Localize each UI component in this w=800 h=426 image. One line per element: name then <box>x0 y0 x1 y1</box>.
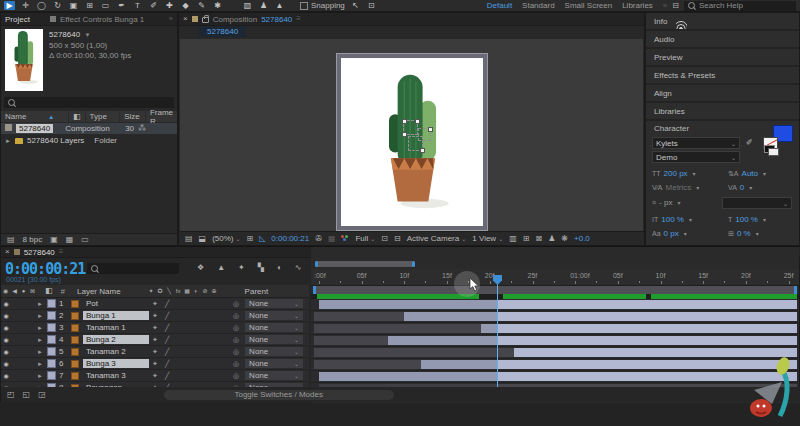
workspace-switcher-icon[interactable]: ⊟ <box>672 2 679 10</box>
label-color-chip[interactable] <box>47 335 56 344</box>
eraser-tool[interactable]: ◆ <box>180 1 191 10</box>
column-size[interactable]: Size <box>120 111 146 122</box>
label-color-chip[interactable] <box>47 371 56 380</box>
parent-pickwhip-icon[interactable]: ◎ <box>233 300 239 308</box>
layer-duration-bar[interactable] <box>497 300 797 309</box>
rotation-tool[interactable]: ↻ <box>52 1 63 10</box>
layer-row-bunga-2[interactable]: ◉►4Bunga 2✦╱◎None⌄ <box>1 334 309 346</box>
project-row-folder[interactable]: ► 5278640 Layers Folder <box>1 135 177 146</box>
solo-column-icon[interactable]: ● <box>19 288 28 294</box>
layer-duration-bar[interactable] <box>497 336 797 345</box>
column-name[interactable]: Name ▲ <box>1 111 69 122</box>
exposure-value[interactable]: +0.0 <box>574 234 590 243</box>
font-style-select[interactable]: Demo⌄ <box>652 151 740 163</box>
eye-icon[interactable]: ◉ <box>1 312 11 319</box>
font-family-select[interactable]: Kylets⌄ <box>652 137 740 149</box>
motion-blur-icon[interactable]: ◐ <box>277 264 282 272</box>
timeline-tab[interactable]: 5278640 <box>24 248 55 257</box>
expand-arrow-icon[interactable]: ► <box>37 349 47 355</box>
composition-mini-flowchart-icon[interactable]: ❖ <box>197 264 204 272</box>
region-of-interest-icon[interactable]: ◺ <box>259 235 265 243</box>
frame-blend-column-icon[interactable]: ▦ <box>183 288 192 294</box>
leading-value[interactable]: Auto <box>742 169 758 178</box>
workspace-default[interactable]: Default <box>482 1 517 10</box>
project-search-box[interactable] <box>4 97 174 108</box>
layer-row-bunga-1[interactable]: ◉►2Bunga 1✦╱◎None⌄ <box>1 310 309 322</box>
brush-tool[interactable]: ✐ <box>148 1 159 10</box>
layer-name-column[interactable]: Layer Name <box>77 287 121 296</box>
view-select[interactable]: 1 View⌄ <box>472 234 503 243</box>
layer-lead-bar[interactable] <box>314 336 388 345</box>
parent-pickwhip-icon[interactable]: ◎ <box>233 324 239 332</box>
character-panel-title[interactable]: Character <box>654 124 689 133</box>
new-composition-icon[interactable]: ▦ <box>66 236 74 244</box>
panel-audio[interactable]: Audio <box>646 31 799 47</box>
type-tool[interactable]: T <box>132 1 143 10</box>
layer-lane-bunga-2[interactable] <box>311 335 799 347</box>
layer-row-bunga-3[interactable]: ◉►6Bunga 3✦╱◎None⌄ <box>1 358 309 370</box>
tab-project[interactable]: Project <box>5 15 30 24</box>
resolution-select[interactable]: Full⌄ <box>355 234 375 243</box>
layer-name-field[interactable]: Bunga 3 <box>83 359 149 368</box>
column-label-icon[interactable]: ◧ <box>69 111 86 122</box>
timeline-search-box[interactable] <box>87 263 179 274</box>
hide-shy-icon[interactable]: ✦ <box>238 264 245 272</box>
shape-tool[interactable]: ▭ <box>100 1 111 10</box>
layer-duration-bar[interactable] <box>481 324 497 333</box>
expand-switches-icon[interactable]: ◱ <box>23 391 31 399</box>
layer-name-field[interactable]: Bunga 2 <box>83 335 149 344</box>
expand-transfer-icon[interactable]: ◲ <box>38 391 46 399</box>
search-help-box[interactable]: Search Help <box>684 1 796 11</box>
eye-column-icon[interactable]: ◉ <box>1 288 10 294</box>
gear-icon[interactable]: ❋ <box>561 235 568 243</box>
choose-grid-icon[interactable]: ⊞ <box>247 235 254 243</box>
layer-row-tanaman-2[interactable]: ◉►5Tanaman 2✦╱◎None⌄ <box>1 346 309 358</box>
pen-tool[interactable]: ✒ <box>116 1 127 10</box>
toggle-switches-modes-button[interactable]: Toggle Switches / Modes <box>164 390 394 400</box>
transparency-grid-icon[interactable]: ⊟ <box>394 235 401 243</box>
snapping-toggle[interactable]: Snapping <box>300 1 345 10</box>
parent-column[interactable]: Parent <box>245 287 269 296</box>
shy-switch-icon[interactable]: ✦ <box>149 324 161 332</box>
panel-libraries[interactable]: Libraries <box>646 103 799 119</box>
parent-pickwhip-icon[interactable]: ◎ <box>233 372 239 380</box>
parent-select[interactable]: None⌄ <box>245 323 303 332</box>
shy-switch-icon[interactable]: ✦ <box>149 312 161 320</box>
workspace-standard[interactable]: Standard <box>517 1 559 10</box>
label-color-chip[interactable] <box>47 323 56 332</box>
layer-name-field[interactable]: Bunga 1 <box>83 311 149 320</box>
pan-behind-tool[interactable]: ⊞ <box>84 1 95 10</box>
workspace-libraries[interactable]: Libraries <box>617 1 658 10</box>
vertical-scale-value[interactable]: 100 % <box>661 215 684 224</box>
sort-icon[interactable]: ▲ <box>48 114 54 120</box>
dropdown-arrow-icon[interactable]: ▾ <box>689 216 692 223</box>
close-icon[interactable]: × <box>5 248 10 256</box>
layer-lane-bunga-1[interactable] <box>311 311 799 323</box>
threed-column-icon[interactable]: ⊕ <box>210 288 219 294</box>
eye-icon[interactable]: ◉ <box>1 336 11 343</box>
parent-select[interactable]: None⌄ <box>245 335 303 344</box>
quality-switch-icon[interactable]: ╱ <box>161 336 173 344</box>
parent-pickwhip-icon[interactable]: ◎ <box>233 360 239 368</box>
item-name[interactable]: 5278640 Layers <box>23 136 88 145</box>
hand-tool[interactable]: ✛ <box>20 1 31 10</box>
tab-effect-controls[interactable]: Effect Controls Bunga 1 <box>60 15 144 24</box>
tsume-value[interactable]: 0 % <box>737 229 751 238</box>
font-size-value[interactable]: 200 px <box>664 169 688 178</box>
eye-icon[interactable]: ◉ <box>1 324 11 331</box>
eye-icon[interactable]: ◉ <box>1 300 11 307</box>
collapse-column-icon[interactable]: ✪ <box>156 288 165 294</box>
layer-lead-bar[interactable] <box>314 360 421 369</box>
draft-3d-icon[interactable]: ▲ <box>217 264 225 272</box>
dropdown-arrow-icon[interactable]: ▾ <box>763 170 766 177</box>
channels-icon[interactable] <box>341 235 349 242</box>
dropdown-arrow-icon[interactable]: ▾ <box>677 199 680 206</box>
preview-item-name[interactable]: 5278640 ▼ <box>49 30 90 39</box>
panel-info[interactable]: Info <box>646 13 799 29</box>
snapshot-camera-icon[interactable]: ✇ <box>315 235 322 243</box>
stroke-style-select[interactable]: ⌄ <box>722 197 792 209</box>
layer-row-tanaman-1[interactable]: ◉►3Tanaman 1✦╱◎None⌄ <box>1 322 309 334</box>
motion-blur-column-icon[interactable]: ◐ <box>192 288 201 294</box>
ruler-icon[interactable]: ⊞ <box>523 235 530 243</box>
delete-icon[interactable]: ▭ <box>81 236 89 244</box>
